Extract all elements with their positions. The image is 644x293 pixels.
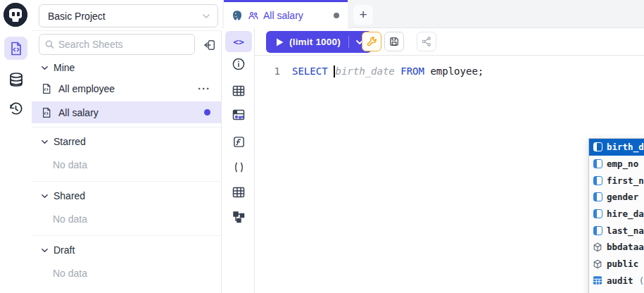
- section-starred[interactable]: Starred: [32, 133, 222, 150]
- team-icon: [248, 10, 259, 21]
- section-shared-label: Shared: [53, 190, 85, 201]
- ghost-suggestion-text: birth_date: [336, 66, 395, 77]
- info-icon[interactable]: [231, 56, 246, 72]
- left-rail: [0, 0, 32, 293]
- project-select-value: Basic Project: [48, 11, 106, 22]
- autocomplete-popup: birth_date(COLUMN)public.employee | date…: [588, 138, 644, 293]
- schema-icon: [593, 242, 602, 252]
- section-mine-label: Mine: [53, 62, 75, 73]
- save-icon: [389, 36, 400, 47]
- column-icon: [593, 209, 602, 218]
- postgres-icon: [231, 9, 244, 22]
- new-tab-label: +: [359, 7, 367, 23]
- search-icon: [45, 39, 54, 49]
- new-tab-button[interactable]: +: [353, 5, 373, 25]
- section-draft[interactable]: Draft: [32, 242, 222, 258]
- tab-label: All salary: [263, 10, 329, 21]
- schema-diagram-icon[interactable]: [231, 209, 246, 225]
- suggest-item[interactable]: emp_no(COLUMN)public.employee | integer,…: [589, 156, 644, 173]
- text-cursor: [334, 66, 335, 77]
- save-button[interactable]: [384, 32, 404, 51]
- run-limit-label: (limit 1000): [289, 37, 341, 47]
- shared-empty-text: No data: [32, 213, 222, 225]
- bytebase-logo-icon[interactable]: [4, 3, 27, 27]
- column-icon: [593, 176, 602, 185]
- sheet-code-icon[interactable]: [4, 37, 27, 60]
- parentheses-icon[interactable]: [231, 159, 246, 175]
- suggest-item[interactable]: department(TABLE): [589, 289, 644, 293]
- sheet-item-all-salary[interactable]: All salary: [32, 101, 222, 123]
- suggest-item[interactable]: hire_date(COLUMN)public.employee | date,…: [589, 206, 644, 223]
- suggest-item[interactable]: audit(TABLE): [589, 272, 644, 289]
- share-icon: [421, 36, 432, 47]
- section-draft-label: Draft: [53, 244, 75, 256]
- column-icon: [593, 192, 602, 201]
- tab-bar: All salary +: [222, 0, 644, 28]
- sql-editor-app: Basic Project Mine All employee ···: [0, 0, 644, 293]
- more-actions-icon[interactable]: ···: [198, 82, 222, 94]
- chevron-down-icon: [41, 192, 49, 200]
- table-data-icon[interactable]: [231, 107, 246, 123]
- editor-side-strip: <>: [222, 28, 255, 293]
- sheets-sidebar: Basic Project Mine All employee ···: [32, 0, 222, 293]
- line-number: 1: [255, 66, 280, 77]
- chevron-down-icon: [41, 138, 49, 146]
- starred-empty-text: No data: [32, 159, 222, 170]
- table-icon: [593, 275, 602, 285]
- sheet-item-label: All employee: [58, 83, 115, 94]
- chevron-down-icon: [41, 64, 49, 72]
- suggest-item[interactable]: gender(COLUMN)public.employee | text, NO…: [589, 189, 644, 206]
- sheet-item-label: All salary: [58, 107, 99, 118]
- search-sheets-box: [39, 34, 195, 55]
- history-icon[interactable]: [4, 97, 27, 120]
- editor-toolbar: (limit 1000): [255, 28, 644, 56]
- sql-editor-pane[interactable]: 1SELECT birth_date FROM employee; birth_…: [255, 56, 644, 293]
- run-query-button[interactable]: (limit 1000): [266, 31, 372, 53]
- tab-unsaved-dot: [334, 13, 339, 18]
- divider: [32, 235, 222, 236]
- section-shared[interactable]: Shared: [32, 187, 222, 204]
- share-button[interactable]: [417, 32, 436, 51]
- chevron-down-icon: [41, 247, 49, 254]
- code-line-1[interactable]: 1SELECT birth_date FROM employee;: [255, 63, 644, 79]
- database-icon[interactable]: [4, 68, 27, 92]
- section-mine[interactable]: Mine: [32, 59, 222, 76]
- schema-icon: [593, 259, 602, 269]
- sql-text: employee;: [424, 66, 484, 77]
- column-icon: [593, 226, 602, 235]
- suggest-item[interactable]: birth_date(COLUMN)public.employee | date…: [589, 139, 644, 156]
- divider: [32, 127, 222, 127]
- suggest-item[interactable]: first_name(COLUMN)public.employee | text…: [589, 172, 644, 189]
- sheet-file-icon: [41, 107, 52, 118]
- suggest-item[interactable]: bbdataarchive(SCHEMA): [589, 239, 644, 256]
- project-header: Basic Project: [32, 0, 222, 31]
- unsaved-dot: [204, 109, 210, 116]
- tab-all-salary[interactable]: All salary: [224, 0, 348, 28]
- divider: [348, 36, 349, 48]
- collapse-panel-icon[interactable]: [201, 36, 219, 54]
- play-icon: [276, 38, 284, 46]
- suggest-item[interactable]: public(SCHEMA): [589, 256, 644, 273]
- code-view-icon[interactable]: <>: [225, 31, 252, 52]
- sql-keyword: SELECT: [292, 66, 328, 77]
- column-icon: [593, 142, 602, 151]
- sql-keyword: FROM: [400, 66, 424, 77]
- sheet-file-icon: [41, 83, 52, 94]
- table-icon[interactable]: [231, 83, 246, 99]
- format-sql-button[interactable]: [362, 32, 381, 51]
- chevron-down-icon: [202, 12, 210, 20]
- column-icon: [593, 159, 602, 168]
- suggest-item[interactable]: last_name(COLUMN)public.employee | text,…: [589, 222, 644, 239]
- sheet-item-all-employee[interactable]: All employee ···: [32, 77, 222, 99]
- divider: [32, 181, 222, 182]
- search-sheets-input[interactable]: [58, 39, 189, 50]
- project-select[interactable]: Basic Project: [39, 4, 218, 27]
- table-icon[interactable]: [231, 185, 246, 200]
- draft-empty-text: No data: [32, 268, 222, 279]
- wrench-icon: [366, 36, 378, 48]
- function-icon[interactable]: [231, 134, 246, 149]
- section-starred-label: Starred: [53, 136, 86, 147]
